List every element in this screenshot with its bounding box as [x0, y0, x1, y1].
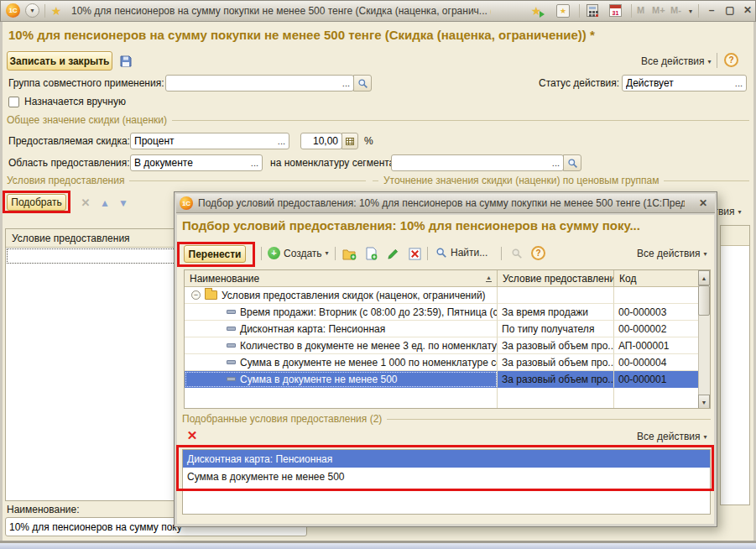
code-cell[interactable]: 00-000004 [614, 354, 700, 371]
copy-item-button[interactable] [363, 246, 378, 261]
move-down-icon[interactable]: ▼ [117, 196, 130, 210]
column-header: Условие предоставления [12, 233, 130, 244]
discount-value-field[interactable]: 10,00 [300, 133, 342, 149]
group-title: Уточнение значения скидки (наценки) по ц… [383, 175, 659, 186]
table-row[interactable]: Дисконтная карта: Пенсионная По типу пол… [185, 321, 710, 337]
toolbar-separator [501, 247, 502, 260]
empty-focused-row[interactable] [6, 248, 180, 264]
minimize-button[interactable]: – [704, 4, 719, 16]
table-row[interactable]: Количество в документе не менее 3 ед. по… [185, 337, 710, 354]
help-button[interactable]: ? [724, 53, 738, 67]
calc-input-button[interactable] [342, 133, 358, 149]
condition-cell[interactable]: За разовый объем про... [498, 354, 614, 371]
row-code: 00-000002 [618, 323, 666, 335]
create-group-button[interactable] [342, 246, 357, 261]
manual-checkbox[interactable] [8, 97, 19, 107]
conditions-list[interactable]: Условие предоставления [5, 228, 180, 501]
name-cell[interactable]: − Условия предоставления скидок (наценок… [185, 287, 498, 304]
scrollbar-thumb[interactable] [698, 285, 710, 316]
conditions-list-header[interactable]: Условие предоставления [6, 229, 180, 248]
choose-button[interactable]: ... [278, 136, 285, 146]
main-menu-button[interactable]: ▾ [25, 3, 39, 18]
close-button[interactable]: ✕ [741, 4, 754, 16]
create-button[interactable]: + Создать ▾ [268, 247, 329, 259]
transfer-button[interactable]: Перенести [184, 245, 246, 263]
all-actions-button-picked[interactable]: Все действия ▾ [637, 431, 706, 442]
item-icon [227, 360, 236, 364]
shared-group-search-button[interactable] [353, 75, 372, 92]
condition-cell[interactable]: За время продажи [498, 304, 614, 321]
choose-button[interactable]: ... [735, 78, 743, 88]
picked-row-selected[interactable]: Дисконтная карта: Пенсионная [183, 450, 710, 468]
choose-button[interactable]: ... [342, 78, 350, 88]
scroll-up-button[interactable]: ▲ [698, 270, 710, 285]
memory-minus-button[interactable]: М- [670, 5, 681, 15]
titlebar-more-icon[interactable]: ▾ [689, 8, 692, 15]
condition-cell[interactable]: За разовый объем про... [498, 337, 614, 354]
code-cell[interactable]: 00-000003 [614, 304, 700, 321]
status-field[interactable]: Действует ... [622, 75, 747, 92]
calendar-icon[interactable]: 31 [609, 4, 622, 17]
segment-field[interactable]: ... [391, 154, 564, 171]
pick-button[interactable]: Подобрать [7, 194, 66, 211]
picked-name-cell[interactable]: Сумма в документе не менее 500 [183, 468, 710, 485]
delete-mark-button[interactable] [407, 246, 422, 261]
choose-button[interactable]: ... [251, 158, 258, 168]
save-icon[interactable] [117, 53, 134, 70]
table-row[interactable]: Сумма в документе не менее 1 000 по номе… [185, 354, 710, 371]
condition-cell[interactable]: За разовый объем про... [498, 371, 614, 388]
row-code: 00-000001 [618, 374, 666, 385]
maximize-button[interactable]: ▢ [722, 4, 738, 16]
picked-name-cell[interactable]: Дисконтная карта: Пенсионная [183, 450, 710, 468]
table-row[interactable]: Время продажи: Вторник (с 08:00 до 23:59… [185, 304, 710, 321]
code-cell[interactable]: 00-000001 [614, 371, 700, 388]
column-header-condition[interactable]: Условие предоставления [498, 270, 614, 286]
code-cell[interactable]: АП-000001 [614, 337, 700, 354]
memory-recall-button[interactable]: М [637, 5, 644, 15]
all-actions-button-main[interactable]: Все действия ▾ [641, 55, 711, 67]
condition-cell[interactable] [498, 287, 614, 304]
price-groups-group-header: Уточнение значения скидки (наценки) по ц… [373, 175, 749, 186]
column-header-name[interactable]: Наименование▲ [185, 270, 498, 286]
table-row-selected[interactable]: Сумма в документе не менее 500 За разовы… [185, 371, 710, 388]
table-row-folder[interactable]: − Условия предоставления скидок (наценок… [185, 287, 710, 304]
favorites-list-icon[interactable]: ★ [556, 4, 570, 18]
search-icon [567, 158, 578, 169]
chevron-down-icon: ▾ [703, 250, 706, 258]
collapse-icon[interactable]: − [191, 290, 201, 300]
remove-picked-button[interactable]: ✕ [185, 429, 199, 442]
all-actions-button-dialog[interactable]: Все действия ▾ [637, 248, 706, 259]
memory-plus-button[interactable]: М+ [652, 5, 665, 15]
find-button[interactable]: Найти... [435, 247, 487, 259]
shared-group-field[interactable]: ... [165, 75, 354, 92]
scroll-down-button[interactable]: ▼ [698, 395, 710, 409]
segment-search-button[interactable] [563, 154, 581, 171]
choose-button[interactable]: ... [552, 158, 560, 168]
name-cell[interactable]: Дисконтная карта: Пенсионная [185, 321, 498, 337]
pick-conditions-table[interactable]: Наименование▲ Условие предоставления Код… [184, 269, 711, 409]
dialog-close-button[interactable]: ✕ [696, 196, 710, 210]
picked-row[interactable]: Сумма в документе не менее 500 [183, 468, 710, 485]
name-cell[interactable]: Количество в документе не менее 3 ед. по… [185, 337, 498, 354]
calculator-icon[interactable] [587, 4, 598, 17]
area-field[interactable]: В документе ... [130, 154, 263, 171]
picked-conditions-list[interactable]: Дисконтная карта: Пенсионная Сумма в док… [182, 449, 711, 515]
discount-type-field[interactable]: Процент ... [130, 133, 289, 149]
status-value: Действует [626, 77, 733, 89]
code-cell[interactable] [614, 287, 700, 304]
table-header-row[interactable]: Наименование▲ Условие предоставления Код [185, 270, 700, 287]
row-name: Сумма в документе не менее 1 000 по номе… [240, 357, 498, 369]
name-cell[interactable]: Сумма в документе не менее 1 000 по номе… [185, 354, 498, 371]
add-favorite-icon[interactable]: ★ [529, 3, 543, 18]
name-cell[interactable]: Время продажи: Вторник (с 08:00 до 23:59… [185, 304, 498, 321]
favorites-star-icon[interactable]: ★ [50, 3, 63, 18]
condition-cell[interactable]: По типу получателя [498, 321, 614, 337]
column-header-code[interactable]: Код [614, 270, 700, 286]
save-and-close-button[interactable]: Записать и закрыть [7, 51, 112, 71]
name-cell[interactable]: Сумма в документе не менее 500 [185, 371, 498, 388]
move-up-icon[interactable]: ▲ [98, 196, 112, 210]
dialog-help-button[interactable]: ? [531, 246, 545, 260]
price-groups-table-fragment[interactable] [720, 225, 750, 505]
code-cell[interactable]: 00-000002 [614, 321, 700, 337]
edit-button[interactable] [385, 246, 400, 261]
